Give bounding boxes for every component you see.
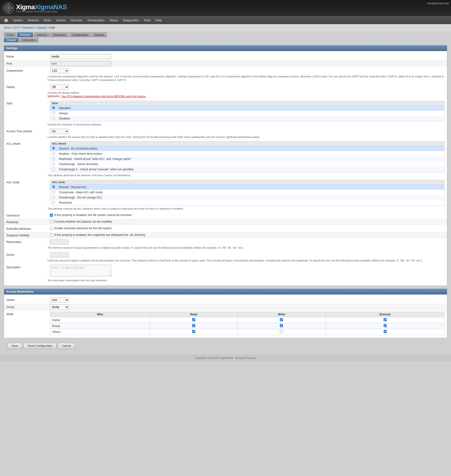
nav-access[interactable]: Access xyxy=(54,17,68,23)
ext-attrs-row: Extended attributes Enable extended attr… xyxy=(4,225,447,232)
sync-header: Sync xyxy=(50,101,445,105)
snapshot-vis-label: Snapshot Visibility xyxy=(6,233,49,237)
reservation-control xyxy=(49,239,445,245)
nav-disks[interactable]: Disks xyxy=(41,17,54,23)
acl-inherit-radio-discard[interactable] xyxy=(52,147,55,150)
nav-status[interactable]: Status xyxy=(107,17,120,23)
logo-icon xyxy=(2,2,14,14)
nav-help[interactable]: Help xyxy=(153,17,164,23)
acl-inherit-label-discard: Discard - Do not inherit entries xyxy=(57,146,445,151)
acl-inherit-row-noallow: Noallow - Only inherit deny entries xyxy=(50,151,445,156)
acl-inherit-label: ACL inherit xyxy=(6,141,49,146)
save-button[interactable]: Save xyxy=(7,343,22,349)
breadcrumb: Disks > ZFS > Datasets > Dataset > Edit xyxy=(0,24,451,31)
owner-row: Owner root admin nobody xyxy=(4,296,447,303)
group-label: Group xyxy=(6,304,49,309)
sync-radio-always[interactable] xyxy=(52,111,55,115)
sync-radio-standard[interactable] xyxy=(52,106,55,109)
breadcrumb-dataset[interactable]: Dataset xyxy=(37,26,47,29)
quota-row: Quota xyxy=(4,251,447,258)
sub-tab-configuration[interactable]: Configuration xyxy=(69,32,91,37)
acl-mode-radio-restricted[interactable] xyxy=(52,201,55,204)
permissions-table: Who Read Write Execute Owner xyxy=(50,312,445,335)
sub-tab-settings[interactable]: Settings xyxy=(92,32,107,37)
sync-label: Sync xyxy=(6,101,49,105)
acl-inherit-control: ACL inherit Discard - Do not inherit ent… xyxy=(49,141,445,172)
nav-system[interactable]: System xyxy=(10,17,25,23)
nav-virtualization[interactable]: Virtualization xyxy=(85,17,107,23)
acl-mode-row-discard: Discard - Discard ACL xyxy=(50,184,445,190)
description-textarea[interactable] xyxy=(50,265,111,277)
perm-owner-execute[interactable] xyxy=(384,318,387,321)
nav-diagnostics[interactable]: Diagnostics xyxy=(120,17,141,23)
quota-input[interactable] xyxy=(50,252,69,257)
nav-tools[interactable]: Tools xyxy=(141,17,153,23)
svg-point-2 xyxy=(7,7,9,9)
perm-group-write[interactable] xyxy=(280,324,283,327)
perm-others-execute[interactable] xyxy=(384,330,387,333)
row-tabs: Dataset Information xyxy=(0,37,451,43)
name-label: Name xyxy=(6,54,49,58)
perm-owner-write[interactable] xyxy=(280,318,283,321)
breadcrumb-datasets[interactable]: Datasets xyxy=(22,26,34,29)
group-select[interactable]: family wheel staff nobody xyxy=(50,304,69,310)
perm-others-read[interactable] xyxy=(192,330,195,333)
sub-tab-volumes[interactable]: Volumes xyxy=(34,32,50,37)
cancel-button[interactable]: Cancel xyxy=(58,343,75,349)
description-desc: You may enter a description here for you… xyxy=(4,278,447,284)
compression-select[interactable]: LZ4 Off On GZIP GZIP-1 GZIP-9 LZJB ZLE xyxy=(50,68,69,73)
perm-who-others: Others xyxy=(50,329,150,335)
reservation-input[interactable] xyxy=(50,239,69,245)
acl-mode-header: ACL mode xyxy=(50,180,445,184)
perm-others-write[interactable] xyxy=(280,330,283,333)
canmount-checkbox[interactable] xyxy=(50,214,53,217)
snapshot-vis-checkbox[interactable] xyxy=(50,233,53,237)
owner-label: Owner xyxy=(6,297,49,302)
sync-radio-disabled[interactable] xyxy=(52,117,55,120)
dedup-warning-link[interactable]: See ZFS datasets & deduplication wiki ar… xyxy=(62,95,146,98)
atime-select[interactable]: On Off xyxy=(50,129,69,134)
row-tab-dataset[interactable]: Dataset xyxy=(4,38,19,42)
sync-label-always: Always xyxy=(57,111,445,116)
canmount-label: Canmount xyxy=(6,213,49,217)
quota-control xyxy=(49,252,445,257)
perm-group-read[interactable] xyxy=(192,324,195,327)
breadcrumb-disks[interactable]: Disks xyxy=(4,26,11,29)
acl-mode-row: ACL mode ACL mode Discard - Discard ACL … xyxy=(4,179,447,206)
acl-mode-table: ACL mode Discard - Discard ACL Groupmask… xyxy=(50,180,445,206)
owner-select[interactable]: root admin nobody xyxy=(50,297,69,302)
settings-header: Settings xyxy=(4,45,447,51)
acl-mode-radio-discard[interactable] xyxy=(52,185,55,188)
acl-mode-radio-passthrough[interactable] xyxy=(52,196,55,199)
acl-inherit-radio-noallow[interactable] xyxy=(52,152,55,155)
home-icon[interactable]: 🏠 xyxy=(2,17,10,24)
mode-control: Who Read Write Execute Owner xyxy=(49,312,445,335)
sub-tab-datasets[interactable]: Datasets xyxy=(17,32,33,37)
readonly-desc-inline: Controls whether this dataset can be mod… xyxy=(54,220,113,223)
perm-row-owner: Owner xyxy=(50,317,445,323)
compression-label: Compression xyxy=(6,68,49,72)
sub-tab-snapshots[interactable]: Snapshots xyxy=(50,32,69,37)
name-input[interactable] xyxy=(50,54,111,59)
perm-group-execute[interactable] xyxy=(384,324,387,327)
dedup-select[interactable]: Off On Verify SHA256 xyxy=(50,84,69,90)
nav-network[interactable]: Network xyxy=(25,17,41,23)
nav-services[interactable]: Services xyxy=(68,17,85,23)
acl-inherit-table: ACL inherit Discard - Do not inherit ent… xyxy=(50,141,445,172)
row-tab-information[interactable]: Information xyxy=(19,38,38,42)
pool-label: Pool xyxy=(6,61,49,65)
clone-button[interactable]: Clone Configuration xyxy=(23,343,56,349)
dedup-desc: Controls the dedup method. WARNING: See … xyxy=(4,91,447,100)
acl-inherit-radio-passthroughx[interactable] xyxy=(52,167,55,171)
acl-inherit-radio-restricted[interactable] xyxy=(52,157,55,160)
readonly-checkbox[interactable] xyxy=(50,220,53,223)
perm-header-who: Who xyxy=(50,312,150,317)
sub-tab-pools[interactable]: Pools xyxy=(4,32,17,37)
main-content: Settings Name Pool Compression xyxy=(0,43,451,355)
ext-attrs-checkbox[interactable] xyxy=(50,227,53,230)
compression-desc: Controls the compression algorithm used … xyxy=(4,74,447,84)
breadcrumb-zfs[interactable]: ZFS xyxy=(14,26,19,29)
acl-inherit-radio-passthrough[interactable] xyxy=(52,162,55,165)
acl-mode-radio-groupmask[interactable] xyxy=(52,190,55,193)
perm-owner-read[interactable] xyxy=(192,318,195,321)
